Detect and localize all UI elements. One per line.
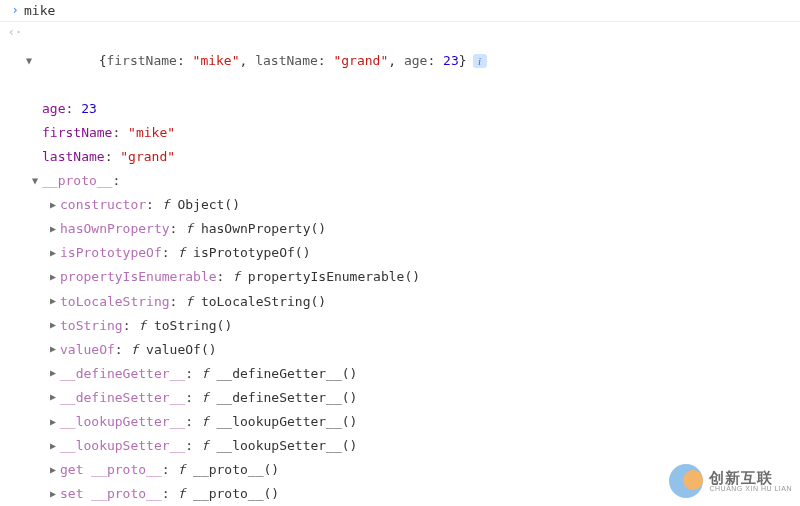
proto-method-row[interactable]: ▶__lookupSetter__: f __lookupSetter__() xyxy=(12,434,794,458)
colon: : xyxy=(318,53,334,68)
colon: : xyxy=(123,314,139,338)
proto-method-fn: toString() xyxy=(154,314,232,338)
prop-proto[interactable]: ▼ __proto__: xyxy=(12,169,794,193)
object-tree: ▼ {firstName: "mike", lastName: "grand",… xyxy=(24,25,794,506)
proto-method-key: propertyIsEnumerable xyxy=(60,265,217,289)
watermark-text-py: CHUANG XIN HU LIAN xyxy=(709,485,792,492)
colon: : xyxy=(65,97,81,121)
summary-val: "mike" xyxy=(193,53,240,68)
colon: : xyxy=(170,290,186,314)
info-icon[interactable]: i xyxy=(473,54,487,68)
prop-key: age xyxy=(42,97,65,121)
expand-arrow-right-icon[interactable]: ▶ xyxy=(48,388,58,407)
function-f-icon: f xyxy=(201,434,217,458)
proto-method-key: constructor xyxy=(60,193,146,217)
proto-method-key: get __proto__ xyxy=(60,458,162,482)
watermark-logo-icon xyxy=(669,464,703,498)
summary-key: lastName xyxy=(255,53,318,68)
comma: , xyxy=(240,53,256,68)
proto-method-fn: __lookupSetter__() xyxy=(217,434,358,458)
proto-method-row[interactable]: ▶__defineGetter__: f __defineGetter__() xyxy=(12,362,794,386)
prop-key: lastName xyxy=(42,145,105,169)
expand-arrow-right-icon[interactable]: ▶ xyxy=(48,292,58,311)
input-expression: mike xyxy=(24,3,794,18)
summary-key: firstName xyxy=(106,53,176,68)
proto-method-fn: valueOf() xyxy=(146,338,216,362)
comma: , xyxy=(388,53,404,68)
proto-method-key: hasOwnProperty xyxy=(60,217,170,241)
expand-arrow-right-icon[interactable]: ▶ xyxy=(48,268,58,287)
prop-lastName[interactable]: lastName: "grand" xyxy=(24,145,794,169)
proto-method-key: isPrototypeOf xyxy=(60,241,162,265)
colon: : xyxy=(162,482,178,506)
expand-arrow-right-icon[interactable]: ▶ xyxy=(48,437,58,456)
proto-method-row[interactable]: ▶valueOf: f valueOf() xyxy=(12,338,794,362)
prop-firstName[interactable]: firstName: "mike" xyxy=(24,121,794,145)
colon: : xyxy=(185,410,201,434)
prop-age[interactable]: age: 23 xyxy=(24,97,794,121)
colon: : xyxy=(105,145,121,169)
expand-arrow-right-icon[interactable]: ▶ xyxy=(48,220,58,239)
colon: : xyxy=(146,193,162,217)
summary-key: age xyxy=(404,53,427,68)
prop-val: 23 xyxy=(81,97,97,121)
prop-val: "mike" xyxy=(128,121,175,145)
watermark-text-zh: 创新互联 xyxy=(709,470,792,485)
function-f-icon: f xyxy=(185,217,201,241)
proto-method-fn: __defineSetter__() xyxy=(217,386,358,410)
proto-method-fn: __defineGetter__() xyxy=(217,362,358,386)
expand-arrow-right-icon[interactable]: ▶ xyxy=(48,413,58,432)
expand-arrow-right-icon[interactable]: ▶ xyxy=(48,196,58,215)
output-prompt-icon: ‹· xyxy=(6,25,24,39)
proto-method-key: toString xyxy=(60,314,123,338)
expand-arrow-right-icon[interactable]: ▶ xyxy=(48,485,58,504)
console-output-line: ‹· ▼ {firstName: "mike", lastName: "gran… xyxy=(0,22,800,506)
object-summary-row[interactable]: ▼ {firstName: "mike", lastName: "grand",… xyxy=(24,25,794,97)
colon: : xyxy=(185,434,201,458)
colon: : xyxy=(162,458,178,482)
prop-key: __proto__ xyxy=(42,169,112,193)
proto-method-row[interactable]: ▶hasOwnProperty: f hasOwnProperty() xyxy=(12,217,794,241)
proto-method-key: __lookupSetter__ xyxy=(60,434,185,458)
proto-method-row[interactable]: ▶propertyIsEnumerable: f propertyIsEnume… xyxy=(12,265,794,289)
colon: : xyxy=(177,53,193,68)
function-f-icon: f xyxy=(138,314,154,338)
summary-val: 23 xyxy=(443,53,459,68)
expand-arrow-down-icon[interactable]: ▼ xyxy=(24,52,34,71)
proto-method-key: toLocaleString xyxy=(60,290,170,314)
proto-method-row[interactable]: ▶toString: f toString() xyxy=(12,314,794,338)
proto-method-row[interactable]: ▶__defineSetter__: f __defineSetter__() xyxy=(12,386,794,410)
console-input-line[interactable]: › mike xyxy=(0,0,800,22)
expand-arrow-down-icon[interactable]: ▼ xyxy=(30,172,40,191)
function-f-icon: f xyxy=(201,410,217,434)
proto-method-fn: isPrototypeOf() xyxy=(193,241,310,265)
proto-method-fn: __proto__() xyxy=(193,482,279,506)
proto-method-row[interactable]: ▶toLocaleString: f toLocaleString() xyxy=(12,290,794,314)
proto-method-fn: __proto__() xyxy=(193,458,279,482)
colon: : xyxy=(112,169,128,193)
function-f-icon: f xyxy=(162,193,178,217)
expand-arrow-right-icon[interactable]: ▶ xyxy=(48,461,58,480)
brace-close: } xyxy=(459,53,467,68)
function-f-icon: f xyxy=(177,241,193,265)
expand-arrow-right-icon[interactable]: ▶ xyxy=(48,316,58,335)
expand-arrow-right-icon[interactable]: ▶ xyxy=(48,340,58,359)
colon: : xyxy=(185,362,201,386)
expand-arrow-right-icon[interactable]: ▶ xyxy=(48,244,58,263)
prop-val: "grand" xyxy=(120,145,175,169)
function-f-icon: f xyxy=(201,386,217,410)
proto-method-key: __lookupGetter__ xyxy=(60,410,185,434)
function-f-icon: f xyxy=(201,362,217,386)
colon: : xyxy=(115,338,131,362)
proto-method-row[interactable]: ▶constructor: f Object() xyxy=(12,193,794,217)
proto-method-fn: propertyIsEnumerable() xyxy=(248,265,420,289)
colon: : xyxy=(217,265,233,289)
prop-key: firstName xyxy=(42,121,112,145)
proto-method-row[interactable]: ▶__lookupGetter__: f __lookupGetter__() xyxy=(12,410,794,434)
function-f-icon: f xyxy=(232,265,248,289)
colon: : xyxy=(162,241,178,265)
summary-val: "grand" xyxy=(333,53,388,68)
expand-arrow-right-icon[interactable]: ▶ xyxy=(48,364,58,383)
colon: : xyxy=(112,121,128,145)
proto-method-row[interactable]: ▶isPrototypeOf: f isPrototypeOf() xyxy=(12,241,794,265)
